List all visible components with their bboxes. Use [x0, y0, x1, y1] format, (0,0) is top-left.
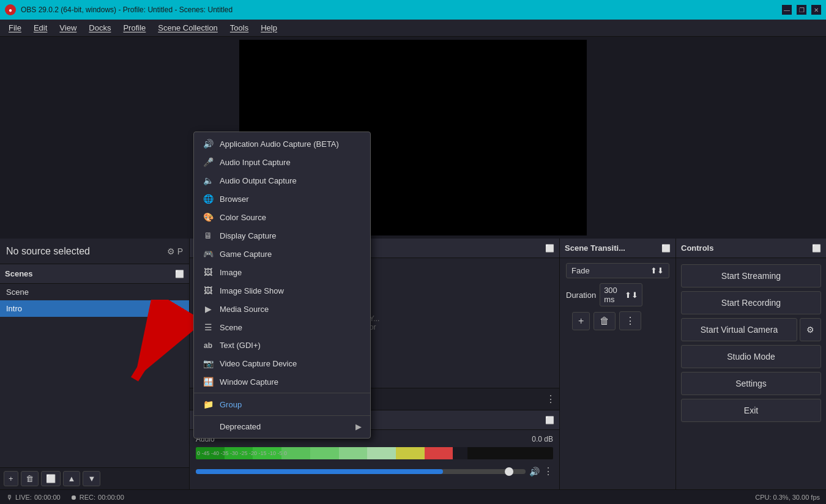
video-capture-icon: 📷 [203, 358, 214, 368]
gear-icon[interactable]: ⚙ P [167, 246, 183, 256]
group-icon: 📁 [203, 399, 214, 409]
menu-entry-image-slideshow[interactable]: 🖼 Image Slide Show [194, 281, 370, 300]
app-icon: ● [5, 4, 16, 15]
duration-input[interactable]: 300 ms ⬆⬇ [600, 283, 642, 306]
status-cpu: CPU: 0.3%, 30.00 fps [755, 494, 820, 501]
transition-delete-button[interactable]: 🗑 [593, 312, 616, 330]
minimize-button[interactable]: — [782, 5, 792, 15]
start-streaming-button[interactable]: Start Streaming [681, 264, 821, 287]
display-capture-label: Display Capture [220, 231, 277, 240]
title-bar: ● OBS 29.0.2 (64-bit, windows) - Profile… [0, 0, 826, 20]
menu-edit[interactable]: Edit [28, 22, 53, 34]
menu-entry-display-capture[interactable]: 🖥 Display Capture [194, 226, 370, 245]
menu-entry-audio-input[interactable]: 🎤 Audio Input Capture [194, 153, 370, 171]
menu-profile[interactable]: Profile [117, 22, 152, 34]
game-capture-label: Game Capture [220, 250, 272, 259]
scenes-up-button[interactable]: ▲ [63, 471, 81, 486]
text-gdi-icon: ab [203, 341, 214, 350]
menu-help[interactable]: Help [255, 22, 283, 34]
controls-panel: Controls ⬜ Start Streaming Start Recordi… [676, 239, 826, 489]
mixer-bar-labels: 0 -45 -40 -35 -30 -25 -20 -15 -10 -5 0 [197, 450, 287, 456]
mixer-volume-track[interactable] [196, 469, 526, 474]
virtual-camera-row: Start Virtual Camera ⚙ [681, 318, 821, 341]
transition-toolbar: + 🗑 ⋮ [566, 311, 669, 330]
menu-scene-collection[interactable]: Scene Collection [152, 22, 224, 34]
settings-button[interactable]: Settings [681, 372, 821, 395]
scenes-add-button[interactable]: + [4, 471, 18, 486]
start-recording-button[interactable]: Start Recording [681, 291, 821, 314]
scene-label: Scene [220, 323, 242, 332]
image-slideshow-icon: 🖼 [203, 286, 214, 295]
scenes-panel: Scenes ⬜ Scene Intro + 🗑 ⬜ ▲ ▼ [0, 264, 189, 489]
transition-add-button[interactable]: + [572, 312, 590, 330]
transition-fade-select[interactable]: Fade ⬆⬇ [566, 263, 669, 278]
menu-entry-window-capture[interactable]: 🪟 Window Capture [194, 372, 370, 391]
preview-area [0, 37, 826, 239]
mixer-controls: 🔊 ⋮ [196, 465, 553, 477]
app-audio-label: Application Audio Capture (BETA) [220, 139, 339, 149]
menu-view[interactable]: View [53, 22, 83, 34]
transitions-title: Scene Transiti... [565, 243, 625, 253]
menu-entry-browser[interactable]: 🌐 Browser [194, 190, 370, 208]
virtual-camera-gear-button[interactable]: ⚙ [800, 318, 821, 341]
menu-entry-color-source[interactable]: 🎨 Color Source [194, 208, 370, 226]
close-button[interactable]: ✕ [811, 5, 821, 15]
menu-tools[interactable]: Tools [224, 22, 255, 34]
scenes-down-button[interactable]: ▼ [83, 471, 100, 486]
studio-mode-button[interactable]: Studio Mode [681, 345, 821, 368]
audio-output-icon: 🔈 [203, 176, 214, 185]
transition-content: Fade ⬆⬇ Duration 300 ms ⬆⬇ + 🗑 ⋮ [560, 258, 675, 335]
transition-chevron-icon: ⬆⬇ [650, 266, 664, 275]
menu-entry-group[interactable]: 📁 Group [194, 395, 370, 413]
scenes-delete-button[interactable]: 🗑 [21, 471, 39, 486]
menu-entry-game-capture[interactable]: 🎮 Game Capture [194, 245, 370, 263]
scene-item-intro[interactable]: Intro [0, 300, 189, 317]
mixer-options-icon[interactable]: ⋮ [543, 465, 553, 477]
menu-entry-image[interactable]: 🖼 Image [194, 263, 370, 281]
scenes-expand-icon[interactable]: ⬜ [175, 270, 184, 278]
transition-dots-button[interactable]: ⋮ [619, 311, 641, 330]
menu-entry-text-gdi[interactable]: ab Text (GDI+) [194, 336, 370, 354]
window-capture-icon: 🪟 [203, 377, 214, 387]
scene-item-scene[interactable]: Scene [0, 284, 189, 300]
mixer-volume-knob[interactable] [505, 467, 513, 476]
menu-entry-video-capture[interactable]: 📷 Video Capture Device [194, 354, 370, 372]
menu-entry-media-source[interactable]: ▶ Media Source [194, 300, 370, 318]
transition-duration-row: Duration 300 ms ⬆⬇ [566, 283, 669, 306]
audio-input-icon: 🎤 [203, 157, 214, 167]
exit-button[interactable]: Exit [681, 399, 821, 422]
menu-separator-2 [194, 415, 370, 416]
status-rec: ⏺ REC: 00:00:00 [70, 494, 124, 501]
window-title: OBS 29.0.2 (64-bit, windows) - Profile: … [21, 6, 782, 14]
live-label: LIVE: [15, 494, 32, 501]
mixer-expand-icon[interactable]: ⬜ [545, 416, 554, 424]
start-virtual-camera-button[interactable]: Start Virtual Camera [681, 318, 797, 341]
transitions-expand-icon[interactable]: ⬜ [661, 244, 671, 253]
display-capture-icon: 🖥 [203, 231, 214, 240]
duration-value: 300 ms [604, 286, 625, 304]
scenes-header: Scenes ⬜ [0, 264, 189, 284]
audio-output-label: Audio Output Capture [220, 176, 297, 185]
scenes-filter-button[interactable]: ⬜ [41, 471, 61, 486]
menu-entry-audio-output[interactable]: 🔈 Audio Output Capture [194, 171, 370, 190]
controls-expand-icon[interactable]: ⬜ [812, 244, 821, 253]
sources-dots-icon[interactable]: ⋮ [546, 393, 556, 405]
color-source-icon: 🎨 [203, 212, 214, 222]
mixer-bar-container: 0 -45 -40 -35 -30 -25 -20 -15 -10 -5 0 [196, 447, 553, 459]
menu-entry-deprecated[interactable]: Deprecated ▶ [194, 418, 370, 435]
transition-fade-label: Fade [571, 266, 590, 275]
scenes-title: Scenes [5, 269, 33, 278]
mixer-volume-icon[interactable]: 🔊 [529, 467, 540, 476]
rec-label: REC: [80, 494, 95, 501]
menu-docks[interactable]: Docks [83, 22, 117, 34]
sources-expand-icon[interactable]: ⬜ [545, 244, 554, 253]
menu-entry-app-audio[interactable]: 🔊 Application Audio Capture (BETA) [194, 135, 370, 153]
window-controls: — ❐ ✕ [782, 5, 821, 15]
controls-header: Controls ⬜ [676, 239, 826, 258]
maximize-button[interactable]: ❐ [797, 5, 806, 15]
game-capture-icon: 🎮 [203, 249, 214, 259]
sources-empty-hint: Y...or [370, 314, 379, 332]
menu-file[interactable]: File [2, 22, 28, 34]
menu-entry-scene[interactable]: ☰ Scene [194, 318, 370, 336]
transitions-header: Scene Transiti... ⬜ [560, 239, 675, 258]
